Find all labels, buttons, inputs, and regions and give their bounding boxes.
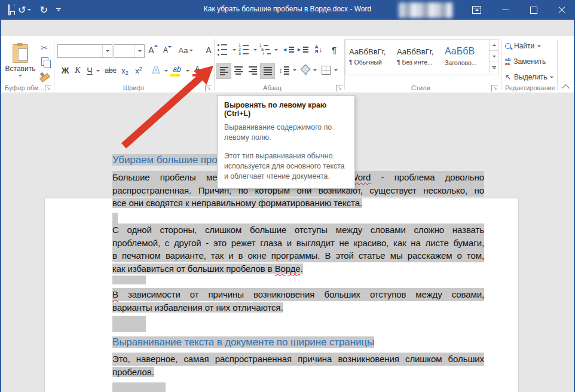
user-account-blurred xyxy=(399,2,452,18)
select-pointer-icon: ↖ xyxy=(505,73,511,81)
copy-button[interactable] xyxy=(38,56,52,68)
replace-button[interactable]: abac Заменить xyxy=(505,57,546,66)
underline-button[interactable]: Ч xyxy=(84,63,95,78)
paste-dropdown-icon[interactable] xyxy=(19,75,22,76)
borders-button[interactable] xyxy=(319,63,332,78)
doc-line: С одной стороны, слишком большие отступы… xyxy=(112,223,484,237)
shrink-font-button[interactable]: А xyxy=(161,43,174,57)
borders-dropdown[interactable] xyxy=(332,63,339,78)
cut-button[interactable]: ✂ xyxy=(37,42,51,54)
doc-paragraph-3: В зависимости от причины возникновения б… xyxy=(112,288,484,314)
shrink-font-caret-icon xyxy=(168,46,172,48)
highlight-button[interactable]: ab xyxy=(170,63,184,78)
align-left-button[interactable] xyxy=(216,63,231,79)
paragraph-dialog-launcher[interactable]: ↘ xyxy=(336,85,342,91)
styles-dialog-launcher[interactable]: ↘ xyxy=(491,85,498,91)
font-name-combo[interactable] xyxy=(57,44,112,58)
numbering-button[interactable]: 1 2 3 xyxy=(238,43,252,56)
line-spacing-button[interactable]: ↕ xyxy=(277,63,291,78)
doc-line: варианты избавления от них отличаются. xyxy=(112,301,484,314)
align-center-icon xyxy=(234,66,243,75)
clipboard-dialog-launcher[interactable]: ↘ xyxy=(45,85,51,91)
find-button[interactable]: Найти xyxy=(505,42,541,50)
style-no-spacing[interactable]: АаБбВвГг, ¶ Без инте... xyxy=(394,39,444,73)
shading-dropdown[interactable] xyxy=(311,63,318,78)
justify-button[interactable] xyxy=(260,63,275,79)
align-left-icon xyxy=(220,67,228,75)
increase-indent-button[interactable]: ► xyxy=(296,43,309,56)
minimize-button[interactable] xyxy=(495,0,515,20)
subscript-button[interactable]: x2 xyxy=(118,63,131,78)
multilevel-list-button[interactable]: 1 a i xyxy=(259,43,273,56)
change-case-button[interactable]: Aa xyxy=(176,43,195,57)
line-spacing-dropdown[interactable] xyxy=(291,63,298,78)
font-size-dropdown[interactable] xyxy=(134,45,144,57)
numbering-dropdown[interactable] xyxy=(252,43,258,56)
editing-group-label: Редактирование xyxy=(505,84,555,91)
ribbon-display-options-icon xyxy=(472,6,481,14)
paste-label: Вставить xyxy=(5,65,36,73)
styles-scroll-up[interactable] xyxy=(490,39,498,51)
doc-line: как избавиться от больших пробелов в Вор… xyxy=(112,262,484,275)
underline-dropdown[interactable] xyxy=(94,63,102,78)
selection-strip xyxy=(112,316,146,332)
paste-button[interactable]: Вставить xyxy=(5,41,36,80)
show-marks-button[interactable]: ¶ xyxy=(328,42,340,57)
paste-icon xyxy=(13,44,28,63)
ribbon: Вставить ✂ Буфер обм... ↘ А А Aa xyxy=(0,36,575,93)
multilevel-dropdown[interactable] xyxy=(273,43,279,56)
shading-button[interactable] xyxy=(299,63,312,78)
text-effects-button[interactable]: А xyxy=(149,63,163,78)
highlight-color-bar xyxy=(170,74,180,76)
tooltip-body-2: Этот тип выравнивания обычно используетс… xyxy=(224,151,348,182)
left-arrow-icon: ◄ xyxy=(282,47,288,53)
ribbon-display-options-button[interactable] xyxy=(466,0,487,20)
doc-line: в печатном варианте, так и в окне програ… xyxy=(112,249,484,262)
tooltip-align-left: Выровнять по левому краю (Ctrl+L) Выравн… xyxy=(217,95,355,189)
font-group-label: Шрифт xyxy=(123,84,145,91)
find-dropdown-icon[interactable] xyxy=(537,45,541,47)
bullets-dropdown[interactable] xyxy=(231,43,237,56)
shading-bucket-icon xyxy=(301,64,311,74)
select-dropdown-icon[interactable] xyxy=(550,76,553,78)
styles-scroll-down[interactable] xyxy=(490,51,498,62)
word-window: ↺ ↻ Как убрать большие пробелы в Ворде.d… xyxy=(0,0,575,392)
font-dialog-launcher[interactable]: ↘ xyxy=(205,85,212,91)
font-name-dropdown[interactable] xyxy=(102,45,112,57)
change-case-dropdown-icon xyxy=(189,50,193,51)
italic-button[interactable]: К xyxy=(72,63,83,78)
maximize-button[interactable] xyxy=(524,0,544,20)
grow-font-caret-icon xyxy=(154,45,158,47)
text-effects-dropdown[interactable] xyxy=(163,63,170,78)
format-painter-button[interactable] xyxy=(38,69,52,81)
style-heading1[interactable]: АаБбВ Заголово... xyxy=(442,39,491,73)
font-color-dropdown[interactable] xyxy=(203,63,210,78)
close-icon xyxy=(558,7,565,14)
bullets-button[interactable] xyxy=(218,43,231,56)
align-right-button[interactable] xyxy=(246,63,259,78)
collapse-ribbon-button[interactable] xyxy=(561,84,570,92)
style-normal[interactable]: АаБбВвГг, ¶ Обычный xyxy=(347,39,396,73)
select-button[interactable]: ↖ Выделить xyxy=(505,73,553,81)
search-icon xyxy=(505,43,511,49)
title-bar: ↺ ↻ Как убрать большие пробелы в Ворде.d… xyxy=(0,0,575,20)
updown-arrow-icon: ↕ xyxy=(279,66,283,75)
font-color-button[interactable]: А xyxy=(191,63,203,78)
font-size-combo[interactable] xyxy=(114,44,145,58)
superscript-button[interactable]: x2 xyxy=(132,63,145,78)
close-button[interactable] xyxy=(552,0,572,20)
sort-arrow-icon: ↓ xyxy=(319,46,323,53)
highlight-dropdown[interactable] xyxy=(184,63,191,78)
align-center-button[interactable] xyxy=(231,63,245,78)
grow-font-button[interactable]: А xyxy=(146,43,160,57)
align-right-icon xyxy=(249,66,257,75)
doc-line: проблемой, с другой - это режет глаза и … xyxy=(112,237,484,250)
bold-button[interactable]: Ж xyxy=(59,63,71,78)
minimize-icon xyxy=(502,10,509,11)
replace-icon: abac xyxy=(505,57,510,66)
strikethrough-button[interactable]: abc xyxy=(103,63,118,78)
maximize-icon xyxy=(530,7,537,14)
styles-more-button[interactable] xyxy=(490,62,498,73)
decrease-indent-button[interactable]: ◄ xyxy=(282,43,295,56)
sort-button[interactable]: АЯ ↓ xyxy=(311,42,326,57)
